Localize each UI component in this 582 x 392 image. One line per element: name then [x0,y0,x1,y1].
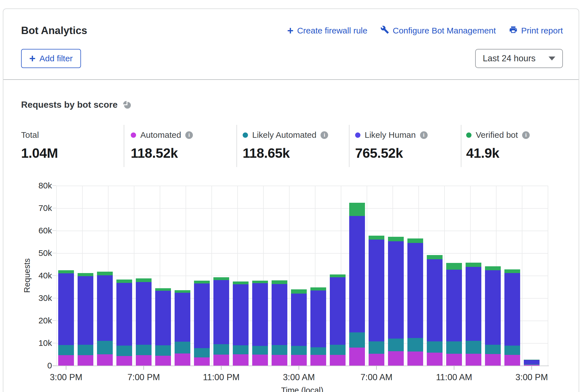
add-filter-button[interactable]: + Add filter [21,49,81,68]
segment-likely_automated[interactable] [504,346,520,355]
segment-likely_automated[interactable] [369,341,384,354]
info-icon[interactable]: i [321,131,328,139]
segment-verified_bot[interactable] [388,237,404,242]
segment-likely_automated[interactable] [175,342,190,353]
segment-automated[interactable] [466,354,481,366]
bar-13-4-00-am[interactable] [310,287,326,366]
segment-likely_automated[interactable] [466,341,481,354]
bar-12-3-00-am[interactable] [291,289,307,366]
segment-verified_bot[interactable] [446,263,462,270]
bar-3-6-00-pm[interactable] [116,280,132,366]
segment-likely_automated[interactable] [233,345,249,354]
create-firewall-rule-link[interactable]: + Create firewall rule [287,25,367,36]
segment-likely_human[interactable] [58,273,74,345]
segment-likely_automated[interactable] [97,341,113,354]
segment-verified_bot[interactable] [407,238,423,243]
segment-verified_bot[interactable] [213,277,229,280]
bar-10-1-00-am[interactable] [252,281,268,366]
bar-18-9-00-am[interactable] [407,238,423,366]
segment-likely_automated[interactable] [136,345,152,355]
segment-likely_automated[interactable] [116,346,132,356]
segment-likely_automated[interactable] [310,347,326,355]
segment-likely_automated[interactable] [349,332,365,348]
segment-verified_bot[interactable] [291,289,307,294]
segment-automated[interactable] [175,353,190,366]
bar-15-6-00-am[interactable] [349,203,365,366]
print-report-link[interactable]: Print report [509,25,563,36]
segment-likely_human[interactable] [233,284,249,345]
segment-automated[interactable] [504,355,520,366]
segment-automated[interactable] [97,354,113,366]
segment-likely_human[interactable] [407,243,423,338]
bar-4-7-00-pm[interactable] [136,278,152,366]
segment-verified_bot[interactable] [78,273,93,276]
segment-automated[interactable] [194,357,210,366]
segment-likely_automated[interactable] [427,341,443,353]
segment-likely_human[interactable] [291,294,307,346]
segment-automated[interactable] [407,352,423,366]
segment-likely_automated[interactable] [58,345,74,355]
bar-9-12-00-am[interactable] [233,281,249,366]
segment-verified_bot[interactable] [252,281,268,283]
segment-likely_human[interactable] [272,284,287,345]
segment-automated[interactable] [291,355,307,366]
segment-likely_automated[interactable] [446,341,462,353]
segment-automated[interactable] [116,356,132,366]
segment-verified_bot[interactable] [97,272,113,276]
bar-7-10-00-pm[interactable] [194,281,210,366]
bar-5-8-00-pm[interactable] [155,288,171,366]
segment-likely_human[interactable] [504,273,520,346]
info-icon[interactable]: i [185,131,193,139]
segment-automated[interactable] [369,354,384,366]
bar-23-2-00-pm[interactable] [504,269,520,366]
segment-likely_automated[interactable] [388,339,404,351]
segment-likely_automated[interactable] [330,345,346,355]
bar-6-9-00-pm[interactable] [175,290,190,366]
segment-automated[interactable] [213,355,229,366]
segment-automated[interactable] [252,355,268,366]
segment-verified_bot[interactable] [116,280,132,283]
bar-24-3-00-pm[interactable] [524,360,540,366]
bar-0-3-00-pm[interactable] [58,270,74,366]
segment-likely_human[interactable] [485,270,501,345]
segment-likely_automated[interactable] [194,348,210,358]
segment-likely_automated[interactable] [291,346,307,355]
segment-automated[interactable] [310,355,326,366]
segment-verified_bot[interactable] [272,280,287,284]
time-range-select[interactable]: Last 24 hours [475,49,563,68]
bar-1-4-00-pm[interactable] [78,273,93,366]
segment-likely_human[interactable] [194,283,210,348]
segment-automated[interactable] [136,355,152,366]
bar-8-11-00-pm[interactable] [213,277,229,366]
segment-verified_bot[interactable] [349,203,365,216]
segment-verified_bot[interactable] [369,236,384,240]
segment-likely_human[interactable] [136,282,152,344]
bar-11-2-00-am[interactable] [272,280,287,366]
segment-likely_human[interactable] [310,290,326,347]
segment-automated[interactable] [58,355,74,366]
segment-likely_human[interactable] [78,276,93,344]
bar-16-7-00-am[interactable] [369,236,384,366]
bar-17-8-00-am[interactable] [388,237,404,366]
segment-likely_human[interactable] [175,293,190,342]
segment-verified_bot[interactable] [233,281,249,284]
segment-likely_human[interactable] [388,241,404,339]
bar-2-5-00-pm[interactable] [97,272,113,366]
segment-verified_bot[interactable] [136,278,152,282]
segment-verified_bot[interactable] [310,287,326,290]
segment-likely_human[interactable] [116,283,132,346]
segment-verified_bot[interactable] [194,281,210,283]
bar-21-12-00-pm[interactable] [466,263,481,366]
segment-automated[interactable] [446,354,462,366]
segment-automated[interactable] [78,355,93,366]
segment-verified_bot[interactable] [155,288,171,291]
segment-verified_bot[interactable] [58,270,74,273]
segment-automated[interactable] [330,355,346,366]
info-icon[interactable]: i [420,131,428,139]
segment-likely_automated[interactable] [252,346,268,355]
info-icon[interactable]: i [522,131,530,139]
segment-automated[interactable] [233,354,249,366]
segment-likely_automated[interactable] [78,345,93,355]
segment-likely_automated[interactable] [485,345,501,354]
segment-likely_human[interactable] [369,240,384,341]
